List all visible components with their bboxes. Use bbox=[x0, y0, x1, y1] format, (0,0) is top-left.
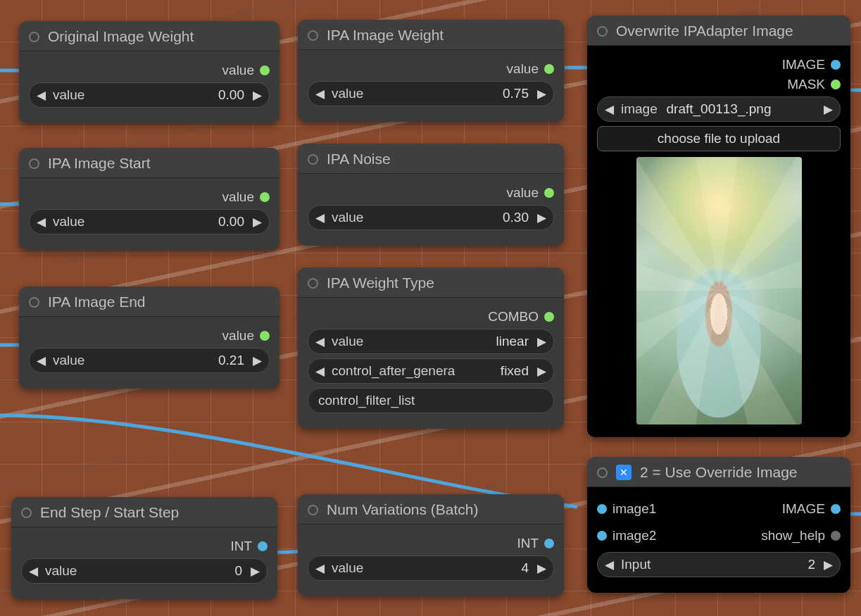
node-title[interactable]: IPA Image End bbox=[19, 287, 279, 317]
collapse-icon[interactable] bbox=[21, 508, 32, 518]
chevron-right-icon[interactable]: ▶ bbox=[253, 89, 262, 101]
choose-file-button[interactable]: choose file to upload bbox=[597, 126, 841, 151]
image-file-widget[interactable]: ◀ image draft_00113_.png ▶ bbox=[597, 96, 841, 122]
output-value[interactable]: value bbox=[308, 61, 554, 77]
node-overwrite-ipadapter-image[interactable]: Overwrite IPAdapter Image IMAGE MASK ◀ i… bbox=[587, 15, 850, 437]
node-original-image-weight[interactable]: Original Image Weight value ◀ value 0.00… bbox=[19, 21, 279, 123]
value-widget[interactable]: ◀ value 0.00 ▶ bbox=[29, 82, 270, 108]
chevron-left-icon[interactable]: ◀ bbox=[605, 559, 614, 571]
collapse-icon[interactable] bbox=[308, 154, 318, 165]
port-icon[interactable] bbox=[260, 65, 270, 75]
widget-value[interactable]: 0.30 bbox=[363, 210, 529, 225]
output-value[interactable]: value bbox=[29, 63, 270, 78]
widget-value[interactable]: 0.00 bbox=[84, 214, 244, 230]
output-mask[interactable]: MASK bbox=[597, 77, 841, 92]
port-icon[interactable] bbox=[597, 504, 607, 514]
node-title[interactable]: IPA Noise bbox=[298, 144, 564, 174]
node-end-step-start-step[interactable]: End Step / Start Step INT ◀ value 0 ▶ bbox=[11, 497, 277, 599]
output-value[interactable]: value bbox=[29, 328, 270, 344]
chevron-right-icon[interactable]: ▶ bbox=[824, 559, 833, 571]
value-widget[interactable]: ◀ value 0.00 ▶ bbox=[29, 209, 270, 234]
port-icon[interactable] bbox=[831, 80, 841, 89]
value-widget[interactable]: ◀ value 4 ▶ bbox=[308, 555, 554, 581]
image-preview[interactable] bbox=[636, 157, 802, 425]
node-num-variations[interactable]: Num Variations (Batch) INT ◀ value 4 ▶ bbox=[298, 494, 564, 596]
chevron-left-icon[interactable]: ◀ bbox=[37, 355, 46, 367]
port-icon[interactable] bbox=[831, 60, 841, 70]
chevron-left-icon[interactable]: ◀ bbox=[37, 89, 46, 101]
chevron-right-icon[interactable]: ▶ bbox=[537, 562, 546, 574]
chevron-left-icon[interactable]: ◀ bbox=[315, 336, 325, 348]
widget-value[interactable]: 0.75 bbox=[363, 86, 529, 101]
output-show-help[interactable]: show_help bbox=[761, 528, 841, 543]
port-icon[interactable] bbox=[831, 504, 841, 514]
chevron-right-icon[interactable]: ▶ bbox=[537, 365, 546, 377]
collapse-icon[interactable] bbox=[308, 30, 318, 41]
node-ipa-image-end[interactable]: IPA Image End value ◀ value 0.21 ▶ bbox=[19, 287, 279, 389]
widget-value[interactable]: 2 bbox=[651, 557, 815, 572]
chevron-right-icon[interactable]: ▶ bbox=[537, 212, 546, 224]
collapse-icon[interactable] bbox=[29, 297, 39, 308]
control-filter-list-widget[interactable]: control_filter_list bbox=[308, 388, 554, 413]
output-combo[interactable]: COMBO bbox=[308, 309, 554, 325]
chevron-left-icon[interactable]: ◀ bbox=[315, 212, 325, 224]
widget-value[interactable]: 0 bbox=[77, 563, 242, 579]
port-icon[interactable] bbox=[260, 192, 270, 202]
input-image1[interactable]: image1 bbox=[597, 501, 656, 517]
chevron-left-icon[interactable]: ◀ bbox=[37, 216, 46, 228]
value-widget[interactable]: ◀ value 0 ▶ bbox=[21, 558, 268, 584]
output-value[interactable]: value bbox=[29, 189, 270, 205]
widget-value[interactable]: 0.21 bbox=[84, 353, 244, 368]
collapse-icon[interactable] bbox=[597, 26, 608, 37]
port-icon[interactable] bbox=[258, 541, 268, 551]
node-title[interactable]: Overwrite IPAdapter Image bbox=[587, 15, 850, 46]
chevron-left-icon[interactable]: ◀ bbox=[315, 88, 325, 100]
port-icon[interactable] bbox=[260, 331, 270, 341]
node-title[interactable]: End Step / Start Step bbox=[11, 497, 277, 527]
node-title[interactable]: IPA Weight Type bbox=[298, 268, 564, 298]
port-icon[interactable] bbox=[544, 188, 554, 198]
control-after-generate-widget[interactable]: ◀ control_after_genera fixed ▶ bbox=[308, 358, 554, 384]
port-icon[interactable] bbox=[544, 312, 554, 322]
output-image[interactable]: IMAGE bbox=[597, 57, 841, 73]
port-icon[interactable] bbox=[831, 531, 841, 541]
chevron-right-icon[interactable]: ▶ bbox=[537, 336, 546, 348]
node-title[interactable]: Original Image Weight bbox=[19, 21, 279, 51]
widget-value[interactable]: linear bbox=[363, 334, 529, 349]
chevron-left-icon[interactable]: ◀ bbox=[605, 103, 614, 115]
value-widget[interactable]: ◀ value 0.21 ▶ bbox=[29, 348, 270, 373]
value-widget[interactable]: ◀ value 0.75 ▶ bbox=[308, 81, 554, 106]
node-title[interactable]: IPA Image Start bbox=[19, 148, 279, 178]
chevron-left-icon[interactable]: ◀ bbox=[315, 365, 325, 377]
collapse-icon[interactable] bbox=[29, 32, 39, 42]
value-widget[interactable]: ◀ value 0.30 ▶ bbox=[308, 205, 554, 230]
port-icon[interactable] bbox=[597, 531, 607, 541]
value-widget[interactable]: ◀ value linear ▶ bbox=[308, 329, 554, 354]
chevron-right-icon[interactable]: ▶ bbox=[253, 355, 262, 367]
widget-value[interactable]: fixed bbox=[441, 363, 529, 379]
node-ipa-noise[interactable]: IPA Noise value ◀ value 0.30 ▶ bbox=[298, 144, 564, 246]
port-icon[interactable] bbox=[544, 64, 554, 74]
node-title[interactable]: IPA Image Weight bbox=[298, 20, 564, 50]
chevron-right-icon[interactable]: ▶ bbox=[251, 565, 260, 577]
widget-value[interactable]: 0.00 bbox=[84, 87, 244, 103]
node-title[interactable]: Num Variations (Batch) bbox=[298, 494, 564, 524]
node-ipa-image-weight[interactable]: IPA Image Weight value ◀ value 0.75 ▶ bbox=[298, 20, 564, 122]
collapse-icon[interactable] bbox=[29, 158, 39, 169]
input-image2[interactable]: image2 bbox=[597, 528, 656, 543]
output-int[interactable]: INT bbox=[308, 536, 554, 551]
chevron-right-icon[interactable]: ▶ bbox=[253, 216, 262, 228]
collapse-icon[interactable] bbox=[597, 467, 608, 478]
port-icon[interactable] bbox=[544, 539, 554, 548]
collapse-icon[interactable] bbox=[308, 278, 318, 289]
input-widget[interactable]: ◀ Input 2 ▶ bbox=[597, 552, 841, 577]
output-image[interactable]: IMAGE bbox=[782, 501, 841, 517]
widget-value[interactable]: draft_00113_.png bbox=[667, 101, 772, 117]
node-ipa-weight-type[interactable]: IPA Weight Type COMBO ◀ value linear ▶ ◀… bbox=[298, 268, 564, 429]
node-use-override-image[interactable]: ✕ 2 = Use Override Image image1 IMAGE im… bbox=[587, 457, 850, 593]
chevron-left-icon[interactable]: ◀ bbox=[29, 565, 38, 577]
node-title[interactable]: ✕ 2 = Use Override Image bbox=[587, 457, 850, 487]
output-value[interactable]: value bbox=[308, 185, 554, 201]
chevron-right-icon[interactable]: ▶ bbox=[824, 103, 833, 115]
chevron-left-icon[interactable]: ◀ bbox=[315, 562, 325, 574]
